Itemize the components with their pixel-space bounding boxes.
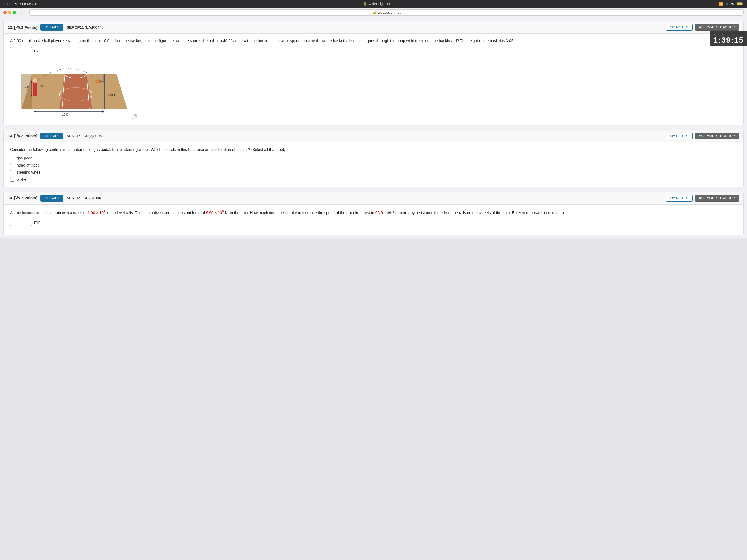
q13-option-none-of-these[interactable]: none of these <box>10 163 737 167</box>
q14-code: SERCP11 4.2.P.006. <box>67 196 663 200</box>
svg-text:40.0°: 40.0° <box>40 84 47 87</box>
status-bar-left: 3:52 PM Sun Nov 13 <box>4 2 38 6</box>
q12-answer-input[interactable] <box>10 47 32 54</box>
status-bar-right: ↑ 📶 100% <box>715 2 743 6</box>
q13-ask-teacher-button[interactable]: ASK YOUR TEACHER <box>695 133 739 139</box>
q14-force: 6.90 × 10 <box>206 210 222 215</box>
q14-action-buttons: MY NOTES ASK YOUR TEACHER <box>666 195 739 202</box>
back-icon[interactable]: ‹ <box>20 10 22 15</box>
q13-label-brake: brake <box>17 177 26 182</box>
question-13-card: 13. [-/5.2 Points] DETAILS SERCP11 3.QQ.… <box>3 130 744 187</box>
q14-body: A train locomotive pulls a train with a … <box>4 205 743 235</box>
battery-display: 100% <box>725 2 735 6</box>
minimize-button[interactable] <box>8 11 11 14</box>
question-13-header: 13. [-/5.2 Points] DETAILS SERCP11 3.QQ.… <box>4 130 743 143</box>
q14-text-part3: N on the train. How much time does it ta… <box>225 210 375 215</box>
q12-ask-teacher-button[interactable]: ASK YOUR TEACHER <box>695 24 739 31</box>
q14-answer-row: min <box>10 219 737 226</box>
status-bar-center: 🔒 webassign.net <box>363 2 390 6</box>
svg-text:10.0 m: 10.0 m <box>62 113 71 116</box>
url-text: webassign.net <box>378 10 401 15</box>
q12-body: A 2.00-m-tall basketball player is stand… <box>4 34 743 125</box>
question-14-header: 14. [-/5.2 Points] DETAILS SERCP11 4.2.P… <box>4 192 743 205</box>
lock-icon: 🔒 <box>363 2 367 6</box>
q12-code: SERCP11 3.A.P.044. <box>67 25 663 29</box>
q14-text: A train locomotive pulls a train with a … <box>10 209 737 216</box>
question-14-card: 14. [-/5.2 Points] DETAILS SERCP11 4.2.P… <box>3 192 744 235</box>
time-display: 3:52 PM <box>4 2 18 6</box>
q12-my-notes-button[interactable]: MY NOTES <box>666 24 693 31</box>
svg-point-9 <box>33 78 37 83</box>
timer-overlay: time left... 1:39:15 <box>710 31 747 46</box>
q14-ask-teacher-button[interactable]: ASK YOUR TEACHER <box>695 195 739 202</box>
q14-details-button[interactable]: DETAILS <box>41 195 63 202</box>
q13-checkbox-brake[interactable] <box>10 177 15 182</box>
question-12-header: 12. [-/5.2 Points] DETAILS SERCP11 3.A.P… <box>4 21 743 34</box>
q12-details-button[interactable]: DETAILS <box>41 24 63 31</box>
info-icon[interactable]: ⓘ <box>131 114 137 120</box>
page-wrapper: time left... 1:39:15 12. [-/5.2 Points] … <box>0 18 747 238</box>
q14-answer-input[interactable] <box>10 219 32 226</box>
q14-force-exp: 5 <box>222 209 224 213</box>
q13-option-brake[interactable]: brake <box>10 177 737 182</box>
q12-unit: m/s <box>34 48 41 53</box>
q13-number: 13. [-/5.2 Points] <box>8 134 37 138</box>
q12-action-buttons: MY NOTES ASK YOUR TEACHER <box>666 24 739 31</box>
svg-rect-7 <box>21 74 32 109</box>
q13-code: SERCP11 3.QQ.005. <box>67 134 663 138</box>
battery-icon <box>737 2 743 5</box>
q13-checkbox-gas-pedal[interactable] <box>10 156 15 160</box>
svg-text:m: m <box>26 88 28 91</box>
q13-action-buttons: MY NOTES ASK YOUR TEACHER <box>666 133 739 139</box>
q12-number: 12. [-/5.2 Points] <box>8 25 37 29</box>
svg-text:3.05 m: 3.05 m <box>108 93 117 96</box>
q13-option-steering-wheel[interactable]: steering wheel <box>10 170 737 175</box>
location-icon: ↑ <box>715 2 717 6</box>
q13-details-button[interactable]: DETAILS <box>41 133 63 139</box>
q14-number: 14. [-/5.2 Points] <box>8 196 37 200</box>
browser-chrome: ‹ › 🔒 webassign.net <box>0 8 747 18</box>
q14-my-notes-button[interactable]: MY NOTES <box>666 195 693 202</box>
q14-text-part4: km/h? (Ignore any resistance force from … <box>384 210 564 215</box>
svg-rect-15 <box>103 74 104 83</box>
url-bar[interactable]: 🔒 webassign.net <box>29 9 744 16</box>
q13-label-steering-wheel: steering wheel <box>17 170 41 175</box>
q13-body: Consider the following controls in an au… <box>4 143 743 187</box>
maximize-button[interactable] <box>12 11 16 14</box>
q14-text-part1: A train locomotive pulls a train with a … <box>10 210 87 215</box>
url-display: webassign.net <box>369 2 390 6</box>
timer-label: time left... <box>713 33 744 36</box>
window-controls <box>3 11 16 14</box>
q12-text: A 2.00-m-tall basketball player is stand… <box>10 38 737 44</box>
q13-text: Consider the following controls in an au… <box>10 147 737 153</box>
lock-icon-browser: 🔒 <box>372 10 378 15</box>
q13-label-gas-pedal: gas pedal <box>17 156 33 160</box>
q14-unit: min <box>34 220 41 225</box>
q13-checkbox-steering-wheel[interactable] <box>10 170 15 175</box>
q13-my-notes-button[interactable]: MY NOTES <box>666 133 693 139</box>
wifi-icon: 📶 <box>719 2 723 6</box>
svg-rect-8 <box>33 82 37 96</box>
forward-icon[interactable]: › <box>23 10 25 15</box>
q13-checkbox-none-of-these[interactable] <box>10 163 15 167</box>
status-bar: 3:52 PM Sun Nov 13 🔒 webassign.net ↑ 📶 1… <box>0 0 747 8</box>
timer-value: 1:39:15 <box>713 36 744 45</box>
court-svg: 40.0° 2.00 m <box>10 57 130 118</box>
browser-nav: ‹ › <box>20 10 25 15</box>
q14-speed: 66.0 <box>376 210 383 215</box>
question-12-card: 12. [-/5.2 Points] DETAILS SERCP11 3.A.P… <box>3 21 744 125</box>
q12-answer-row: m/s <box>10 47 737 54</box>
close-button[interactable] <box>3 11 6 14</box>
basketball-diagram: 40.0° 2.00 m <box>10 57 737 120</box>
date-display: Sun Nov 13 <box>20 2 38 6</box>
q13-option-gas-pedal[interactable]: gas pedal <box>10 156 737 160</box>
main-content: 12. [-/5.2 Points] DETAILS SERCP11 3.A.P… <box>0 18 747 238</box>
q13-checkbox-group: gas pedal none of these steering wheel b… <box>10 156 737 182</box>
q14-mass: 1.00 × 10 <box>87 210 104 215</box>
q14-mass-exp: 7 <box>104 209 105 213</box>
q14-text-part2: kg on level rails. The locomotive exerts… <box>106 210 206 215</box>
q13-label-none-of-these: none of these <box>17 163 40 167</box>
